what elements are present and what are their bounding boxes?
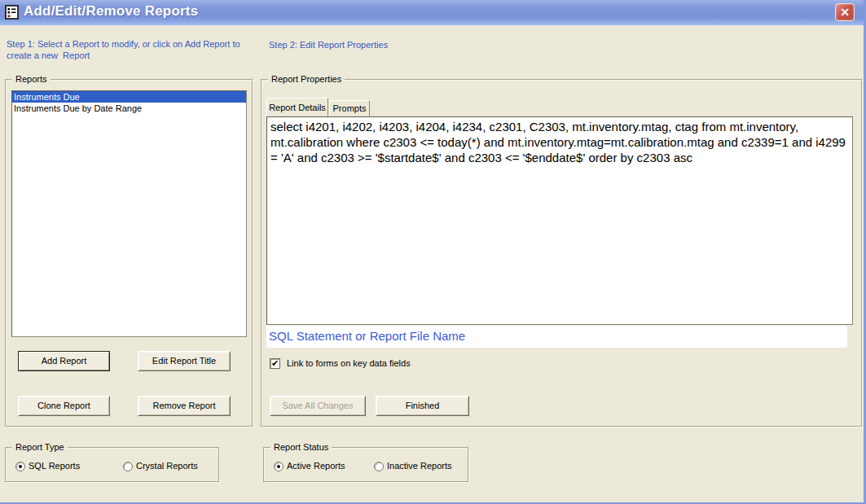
inactive-reports-radio-label: Inactive Reports [387,461,451,471]
report-type-group-label: Report Type [12,442,68,452]
active-reports-radio[interactable] [274,462,284,471]
report-status-group-label: Report Status [270,442,332,452]
window-icon [5,5,20,20]
tab-report-details[interactable]: Report Details [266,98,328,116]
active-reports-radio-label: Active Reports [287,461,345,471]
tab-prompts[interactable]: Prompts [329,100,370,116]
list-item[interactable]: Instruments Due by Date Range [12,103,246,114]
add-report-button[interactable]: Add Report [18,351,110,371]
title-bar[interactable]: Add/Edit/Remove Reports ✕ [0,0,864,25]
link-forms-checkbox[interactable]: ✔ [270,358,280,369]
edit-report-title-button[interactable]: Edit Report Title [138,351,231,371]
close-button[interactable]: ✕ [835,3,855,21]
step1-hint: Step 1: Select a Report to modify, or cl… [7,38,266,61]
reports-group-label: Reports [12,74,51,84]
inactive-reports-radio[interactable] [374,462,384,471]
finished-button[interactable]: Finished [376,396,469,416]
sql-reports-radio[interactable] [15,462,25,471]
crystal-reports-radio-label: Crystal Reports [136,461,198,471]
dialog-window: Add/Edit/Remove Reports ✕ Step 1: Select… [0,0,866,504]
sql-reports-radio-label: SQL Reports [29,461,80,471]
step2-hint: Step 2: Edit Report Properties [269,39,388,50]
reports-listbox[interactable]: Instruments Due Instruments Due by Date … [11,90,247,337]
window-title: Add/Edit/Remove Reports [24,3,198,20]
close-icon: ✕ [840,6,850,19]
report-properties-group-label: Report Properties [268,74,345,84]
clone-report-button[interactable]: Clone Report [18,396,110,416]
checkmark-icon: ✔ [271,358,279,368]
sql-statement-label: SQL Statement or Report File Name [266,326,847,348]
remove-report-button[interactable]: Remove Report [138,396,231,416]
crystal-reports-radio[interactable] [123,462,133,471]
sql-statement-textarea[interactable]: select i4201, i4202, i4203, i4204, i4234… [266,116,853,325]
list-item[interactable]: Instruments Due [12,91,246,103]
link-forms-checkbox-label: Link to forms on key data fields [287,358,411,368]
save-all-changes-button[interactable]: Save All Changes [270,396,366,416]
